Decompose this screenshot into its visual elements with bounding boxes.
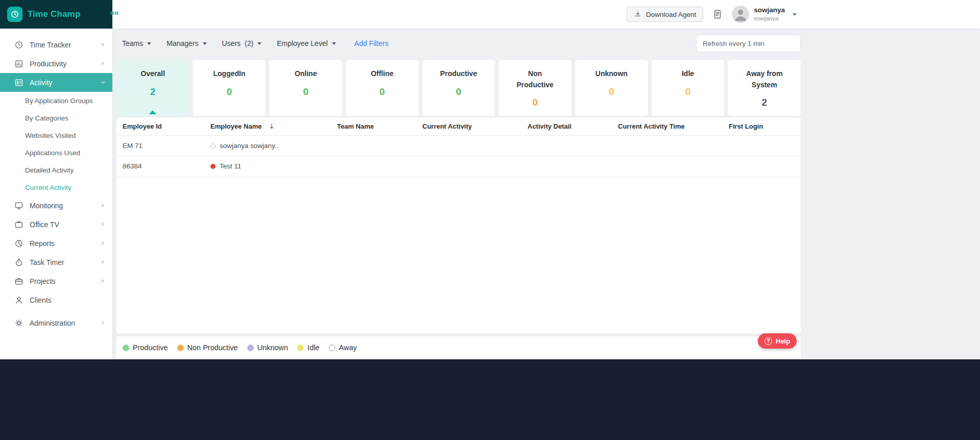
- sidebar-item-label: Monitoring: [30, 202, 63, 210]
- sidebar-nav: Time Tracker › Productivity › Activity ›…: [0, 29, 112, 332]
- brand-logo[interactable]: Time Champ: [0, 0, 112, 29]
- sidebar-item-time-tracker[interactable]: Time Tracker ›: [0, 35, 112, 54]
- sidebar-item-label: Projects: [30, 277, 56, 285]
- card-label: Offline: [346, 68, 419, 80]
- help-label: Help: [776, 337, 790, 345]
- sidebar: Time Champ Time Tracker › Productivity ›…: [0, 0, 112, 359]
- cell-current-activity-time: [612, 156, 723, 177]
- sidebar-item-label: Productivity: [30, 60, 66, 68]
- teams-filter-label: Teams: [122, 39, 143, 47]
- header-employee-name[interactable]: Employee Name↓: [204, 117, 331, 136]
- chevron-right-icon: ›: [101, 60, 104, 67]
- monitor-icon: [14, 201, 23, 210]
- status-card-idle[interactable]: Idle 0: [652, 60, 725, 116]
- header-label: Employee Name: [210, 123, 261, 130]
- offline-status-dot-icon: [210, 164, 216, 169]
- sidebar-subitem-by-application-groups[interactable]: By Application Groups: [0, 92, 112, 109]
- gear-icon: [14, 319, 23, 328]
- stopwatch-icon: [14, 258, 23, 267]
- document-icon[interactable]: [712, 9, 723, 19]
- sidebar-item-projects[interactable]: Projects ›: [0, 272, 112, 290]
- sidebar-subitem-by-categories[interactable]: By Categories: [0, 109, 112, 127]
- legend-item-non-productive: Non Productive: [177, 344, 238, 352]
- chevron-right-icon: ›: [101, 239, 104, 247]
- user-name: sowjanya: [754, 6, 785, 15]
- card-value: 2: [728, 97, 801, 108]
- table-header-row: Employee Id Employee Name↓ Team Name Cur…: [116, 117, 801, 136]
- refresh-interval-select[interactable]: Refresh every 1 min: [696, 35, 801, 52]
- add-filters-link[interactable]: Add Filters: [354, 39, 389, 47]
- legend-item-idle: Idle: [297, 344, 319, 352]
- header-current-activity[interactable]: Current Activity: [416, 117, 521, 136]
- sidebar-item-label: Task Timer: [30, 258, 64, 266]
- header-employee-id[interactable]: Employee Id: [116, 117, 204, 136]
- filter-row: Teams Managers Users (2) Employee Level: [116, 34, 801, 53]
- sidebar-item-activity[interactable]: Activity ›: [0, 73, 112, 92]
- sidebar-item-monitoring[interactable]: Monitoring ›: [0, 196, 112, 215]
- status-card-unknown[interactable]: Unknown 0: [575, 60, 648, 116]
- header-activity-detail[interactable]: Activity Detail: [521, 117, 612, 136]
- sidebar-item-task-timer[interactable]: Task Timer ›: [0, 253, 112, 272]
- tv-icon: [14, 220, 23, 229]
- table-row[interactable]: 86384 Test 11: [116, 156, 801, 177]
- subitem-label: By Categories: [25, 114, 68, 122]
- sort-descending-icon[interactable]: ↓: [269, 123, 274, 130]
- avatar: [732, 6, 749, 23]
- managers-filter-dropdown[interactable]: Managers: [166, 39, 206, 47]
- user-subname: sowjanya: [754, 15, 785, 22]
- users-filter-label: Users: [222, 39, 241, 47]
- card-value: 0: [498, 97, 571, 108]
- cell-employee-id: EM 71: [116, 136, 204, 156]
- managers-filter-label: Managers: [166, 39, 198, 47]
- subitem-label: Applications Used: [25, 149, 80, 157]
- sidebar-collapse-button[interactable]: ««: [110, 8, 118, 18]
- status-legend: Productive Non Productive Unknown Idle A…: [116, 336, 801, 359]
- chevron-down-icon: [332, 42, 336, 45]
- legend-item-unknown: Unknown: [247, 344, 288, 352]
- table-row[interactable]: EM 71 sowjanya sowjany..: [116, 136, 801, 156]
- status-card-overall[interactable]: Overall 2: [116, 60, 189, 116]
- cell-current-activity-time: [612, 136, 723, 156]
- user-menu[interactable]: sowjanya sowjanya: [732, 6, 797, 23]
- help-button[interactable]: ? Help: [758, 333, 797, 349]
- card-label: LoggedIn: [193, 68, 266, 80]
- header-first-login[interactable]: First Login: [723, 117, 801, 136]
- header-team-name[interactable]: Team Name: [331, 117, 416, 136]
- status-card-away-from-system[interactable]: Away from System 2: [728, 60, 801, 116]
- person-icon: [14, 296, 23, 305]
- status-card-loggedin[interactable]: LoggedIn 0: [193, 60, 266, 116]
- user-names: sowjanya sowjanya: [754, 6, 785, 22]
- download-agent-label: Download Agent: [646, 11, 696, 18]
- download-agent-button[interactable]: Download Agent: [627, 7, 703, 22]
- sidebar-item-label: Activity: [30, 79, 52, 87]
- clock-icon: [14, 40, 23, 50]
- sidebar-item-administration[interactable]: Administration ›: [0, 313, 112, 332]
- pie-chart-icon: [14, 239, 23, 248]
- teams-filter-dropdown[interactable]: Teams: [122, 39, 151, 47]
- sidebar-subitem-detailed-activity[interactable]: Detailed Activity: [0, 161, 112, 179]
- sidebar-item-reports[interactable]: Reports ›: [0, 234, 112, 253]
- header-current-activity-time[interactable]: Current Activity Time: [612, 117, 723, 136]
- sidebar-subitem-current-activity[interactable]: Current Activity: [0, 179, 112, 196]
- sidebar-subitem-applications-used[interactable]: Applications Used: [0, 144, 112, 161]
- activity-table: Employee Id Employee Name↓ Team Name Cur…: [116, 117, 801, 177]
- status-card-online[interactable]: Online 0: [269, 60, 342, 116]
- status-card-offline[interactable]: Offline 0: [346, 60, 419, 116]
- activity-table-card: Employee Id Employee Name↓ Team Name Cur…: [116, 117, 801, 334]
- users-filter-dropdown[interactable]: Users (2): [222, 39, 262, 47]
- chevron-down-icon: [793, 13, 797, 16]
- card-value: 0: [575, 86, 648, 97]
- users-filter-count: (2): [245, 39, 253, 47]
- status-card-productive[interactable]: Productive 0: [422, 60, 495, 116]
- cell-first-login: [723, 156, 801, 177]
- employee-level-filter-dropdown[interactable]: Employee Level: [277, 39, 336, 47]
- status-card-non-productive[interactable]: Non Productive 0: [498, 60, 571, 116]
- sidebar-item-clients[interactable]: Clients: [0, 290, 112, 309]
- legend-label: Productive: [133, 344, 168, 352]
- sidebar-subitem-websites-visited[interactable]: Websites Visited: [0, 127, 112, 144]
- sidebar-item-office-tv[interactable]: Office TV ›: [0, 215, 112, 234]
- sidebar-item-productivity[interactable]: Productivity ›: [0, 54, 112, 73]
- main-area: Download Agent sowjanya sowjanya: [112, 0, 980, 359]
- sidebar-item-label: Administration: [30, 319, 75, 327]
- card-label: Away from System: [728, 68, 801, 90]
